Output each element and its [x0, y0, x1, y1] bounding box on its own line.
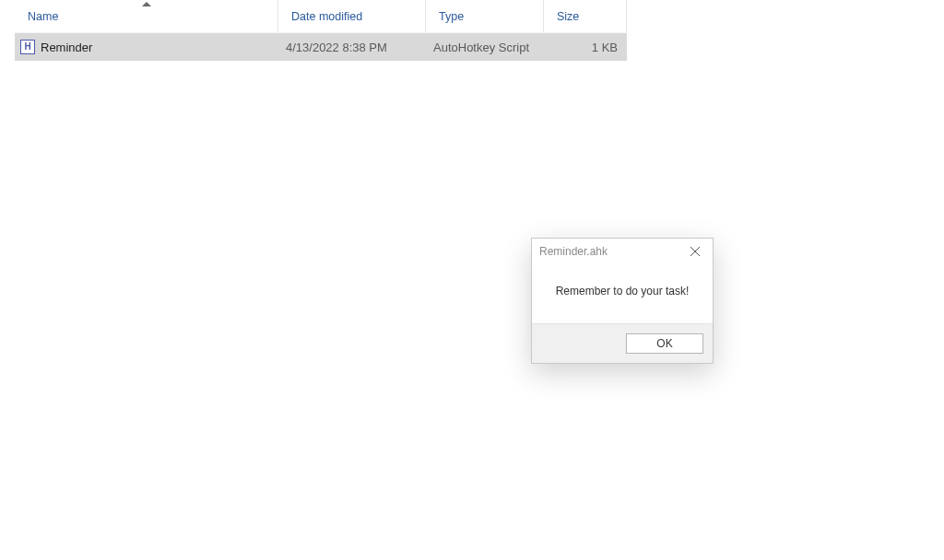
column-header-row: Name Date modified Type Size [15, 0, 627, 33]
dialog-titlebar[interactable]: Reminder.ahk [532, 239, 713, 264]
column-header-name-label: Name [28, 10, 58, 23]
dialog-title-text: Reminder.ahk [539, 245, 608, 258]
file-type-text: AutoHotkey Script [433, 41, 529, 54]
close-button[interactable] [678, 239, 713, 264]
file-size-text: 1 KB [592, 41, 618, 54]
file-name-cell: H Reminder [15, 33, 278, 61]
file-date-cell: 4/13/2022 8:38 PM [278, 33, 426, 61]
file-type-cell: AutoHotkey Script [426, 33, 544, 61]
table-row[interactable]: H Reminder 4/13/2022 8:38 PM AutoHotkey … [15, 33, 627, 61]
file-size-cell: 1 KB [544, 33, 627, 61]
message-box-dialog: Reminder.ahk Remember to do your task! O… [531, 238, 714, 364]
close-icon [690, 247, 700, 256]
column-header-date-label: Date modified [291, 10, 362, 23]
column-header-type[interactable]: Type [426, 0, 544, 32]
file-list: Name Date modified Type Size H Reminder … [15, 0, 627, 61]
column-header-size[interactable]: Size [544, 0, 627, 32]
column-header-date[interactable]: Date modified [278, 0, 426, 32]
ahk-file-icon-letter: H [24, 42, 30, 52]
file-name-text: Reminder [41, 41, 92, 54]
ahk-file-icon: H [20, 40, 35, 54]
dialog-message-text: Remember to do your task! [556, 285, 690, 298]
dialog-footer: OK [532, 323, 713, 363]
ok-button[interactable]: OK [626, 333, 703, 354]
ok-button-label: OK [656, 337, 672, 350]
sort-ascending-icon [142, 2, 151, 6]
column-header-size-label: Size [557, 10, 579, 23]
column-header-type-label: Type [439, 10, 464, 23]
column-header-name[interactable]: Name [15, 0, 278, 32]
dialog-body: Remember to do your task! [532, 264, 713, 323]
file-date-text: 4/13/2022 8:38 PM [286, 41, 387, 54]
